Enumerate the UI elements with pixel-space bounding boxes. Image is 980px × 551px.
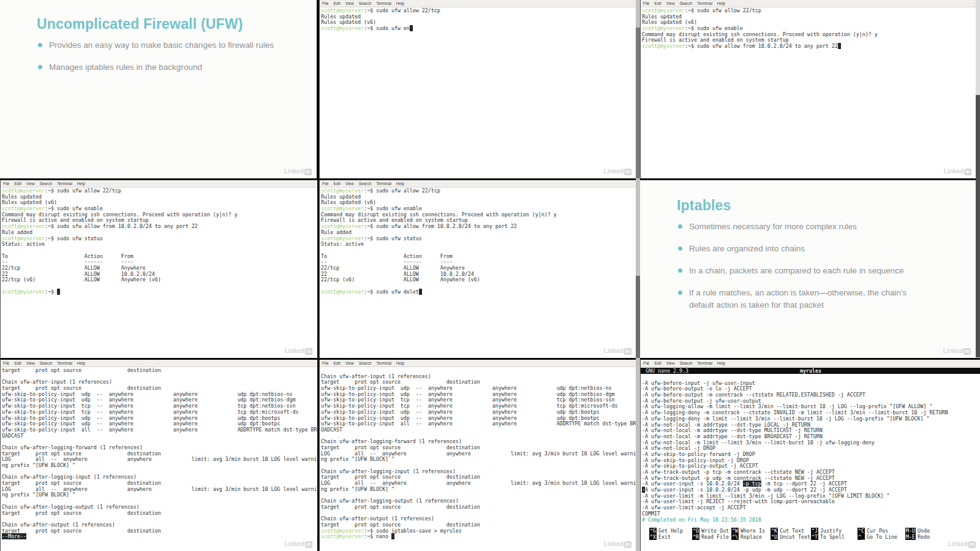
terminal-line: ufw-skip-to-policy-input all -- anywhere… [2, 427, 317, 433]
menu-item-search[interactable]: Search [359, 180, 372, 187]
menu-item-help[interactable]: Help [396, 180, 404, 187]
terminal-screen[interactable]: Chain ufw-after-input (1 references)targ… [320, 367, 636, 540]
terminal-screen[interactable]: scott@myserver:~$ sudo ufw allow 22/tcpR… [641, 7, 976, 50]
menu-item-terminal[interactable]: Terminal [697, 360, 712, 367]
menu-item-edit[interactable]: Edit [333, 0, 340, 7]
menu-item-search[interactable]: Search [359, 360, 372, 367]
menu-item-file[interactable]: File [643, 0, 649, 7]
menu-item-file[interactable]: File [643, 360, 649, 367]
nano-shortcut: ^\Replace [731, 534, 771, 540]
nano-shortcut-label: Cut Text [780, 528, 804, 534]
menu-item-file[interactable]: File [322, 360, 328, 367]
terminal-screen[interactable]: scott@myserver:~$ sudo ufw allow 22/tcpR… [320, 188, 636, 295]
terminal-menubar: FileEditViewSearchTerminalHelp [1, 180, 317, 188]
nano-shortcut: M-ERedo [905, 534, 930, 540]
nano-shortcut-label: To Spell [820, 534, 845, 540]
menu-item-file[interactable]: File [3, 180, 9, 187]
linkedin-watermark: Linkedin [948, 541, 976, 548]
terminal-mid-left: FileEditViewSearchTerminalHelp scott@mys… [0, 180, 317, 358]
menu-item-search[interactable]: Search [680, 0, 693, 7]
menu-item-terminal[interactable]: Terminal [57, 180, 72, 187]
scrollbar-thumb[interactable] [976, 95, 980, 357]
terminal-line: scott@myserver:~$ sudo ufw allow 22/tcp [642, 8, 976, 14]
terminal-screen[interactable]: scott@myserver:~$ sudo ufw allow 22/tcpR… [320, 7, 636, 32]
nano-shortcut: ^XExit [649, 534, 692, 540]
menu-item-terminal[interactable]: Terminal [376, 360, 391, 367]
menu-item-edit[interactable]: Edit [333, 180, 340, 187]
menu-item-terminal[interactable]: Terminal [376, 0, 391, 7]
terminal-line: scott@myserver:~$ sudo ufw delet [321, 289, 636, 295]
menu-item-view[interactable]: View [666, 360, 675, 367]
menu-item-search[interactable]: Search [680, 360, 693, 367]
menu-item-file[interactable]: File [322, 180, 328, 187]
nano-shortcut-label: Read File [701, 534, 729, 540]
menu-item-terminal[interactable]: Terminal [376, 180, 391, 187]
menu-item-edit[interactable]: Edit [654, 0, 661, 7]
menu-item-search[interactable]: Search [359, 0, 372, 7]
scrollbar-track-middle[interactable] [636, 0, 640, 551]
menu-item-search[interactable]: Search [40, 360, 53, 367]
terminal-menubar: FileEditViewSearchTerminalHelp [641, 0, 976, 7]
menu-item-edit[interactable]: Edit [654, 360, 661, 367]
terminal-line: --More-- [2, 534, 317, 540]
scrollbar-thumb[interactable] [636, 276, 640, 358]
menu-item-help[interactable]: Help [77, 180, 85, 187]
linkedin-watermark: Linkedin [284, 168, 312, 175]
nano-shortcut-label: Replace [741, 534, 762, 540]
terminal-line: scott@myserver:~$ sudo ufw allow 22/tcp [321, 8, 636, 14]
slide-ufw-panel: Uncomplicated Firewall (UFW) Provides an… [0, 0, 317, 178]
terminal-line: Status: active [2, 241, 317, 248]
menu-item-view[interactable]: View [345, 0, 354, 7]
terminal-menubar: FileEditViewSearchTerminalHelp [320, 180, 636, 188]
nano-shortcut-label: Go To Line [867, 534, 897, 540]
bullet-dot-icon [678, 246, 682, 251]
menu-item-help[interactable]: Help [396, 360, 404, 367]
slide-ufw: Uncomplicated Firewall (UFW) Provides an… [0, 0, 317, 178]
nano-shortcut: ^UUncut Text [771, 534, 811, 540]
scrollbar-track-right[interactable] [976, 0, 980, 358]
bullet-dot-icon [678, 291, 682, 295]
terminal-line: scott@myserver:~$ sudo ufw allow 22/tcp [321, 188, 636, 194]
menu-item-edit[interactable]: Edit [14, 360, 21, 367]
terminal-line: ng prefix "[UFW BLOCK] " [2, 463, 317, 469]
nano-shortcut-key: ^R [692, 534, 699, 540]
nano-shortcut-label: Exit [658, 534, 671, 540]
menu-item-file[interactable]: File [322, 0, 328, 7]
menu-item-file[interactable]: File [3, 360, 9, 367]
terminal-line: scott@myserver:~$ nano [321, 534, 636, 540]
terminal-line: Status: active [321, 241, 636, 248]
menu-item-help[interactable]: Help [717, 360, 725, 367]
menu-item-help[interactable]: Help [396, 0, 404, 7]
nano-shortcut-label: Justify [820, 528, 842, 534]
terminal-line: OADCAST [2, 433, 317, 439]
terminal-line: target prot opt source destination [2, 368, 317, 374]
menu-item-terminal[interactable]: Terminal [57, 360, 72, 367]
nano-shortcut-label: Write Out [701, 528, 729, 534]
terminal-line: 22/tcp (v6) ALLOW Anywhere (v6) [2, 277, 317, 283]
nano-shortcut-label: Where Is [741, 528, 765, 534]
menu-item-view[interactable]: View [26, 360, 35, 367]
menu-item-help[interactable]: Help [717, 0, 725, 7]
nano-text-area[interactable]: -A ufw-before-input -j ufw-user-input-A … [641, 374, 980, 523]
terminal-screen[interactable]: scott@myserver:~$ sudo ufw allow 22/tcpR… [1, 188, 317, 295]
bullet-item: Rules are organized into chains [678, 243, 923, 255]
menu-item-help[interactable]: Help [77, 360, 85, 367]
terminal-screen[interactable]: target prot opt source destinationChain … [1, 367, 317, 540]
nano-shortcut-label: Cur Pos [867, 528, 888, 534]
scrollbar-thumb[interactable] [636, 28, 640, 178]
nano-shortcut-key: ^O [692, 528, 699, 534]
terminal-menubar: FileEditViewSearchTerminalHelp [1, 360, 317, 367]
menu-item-view[interactable]: View [26, 180, 35, 187]
menu-item-edit[interactable]: Edit [333, 360, 340, 367]
terminal-line: scott@myserver:~$ sudo ufw allow from 10… [2, 224, 317, 230]
terminal-line: ng prefix "[UFW BLOCK] " [2, 492, 317, 498]
menu-item-terminal[interactable]: Terminal [697, 0, 712, 7]
terminal-line: scott@myserver:~$ sudo ufw allow 22/tcp [2, 188, 317, 194]
menu-item-view[interactable]: View [666, 0, 675, 7]
menu-item-edit[interactable]: Edit [14, 180, 21, 187]
menu-item-view[interactable]: View [345, 180, 354, 187]
linkedin-watermark: Linkedin [943, 348, 971, 355]
nano-shortcut: ^OWrite Out [692, 528, 731, 534]
menu-item-search[interactable]: Search [40, 180, 53, 187]
menu-item-view[interactable]: View [345, 360, 354, 367]
